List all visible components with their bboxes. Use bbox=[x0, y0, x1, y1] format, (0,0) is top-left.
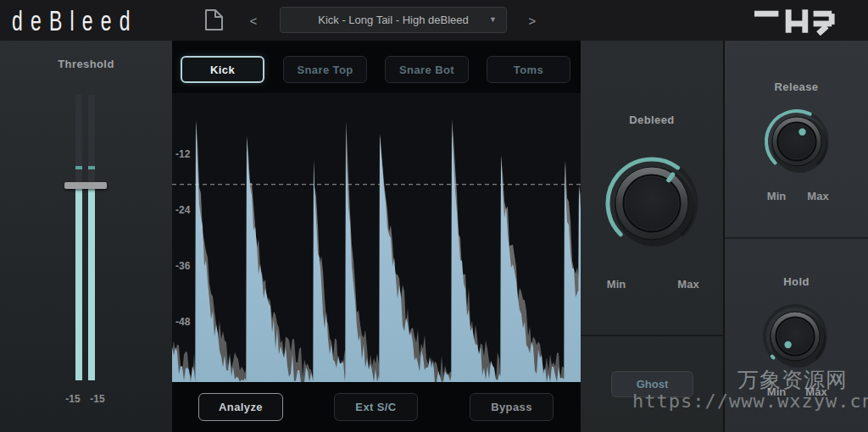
waveform-main-layer bbox=[172, 122, 581, 383]
release-hold-panel: Release Min Max Hold Min Max bbox=[725, 41, 868, 432]
hold-label: Hold bbox=[725, 275, 868, 288]
tab-snare-bot[interactable]: Snare Bot bbox=[385, 56, 469, 83]
preset-next-button[interactable]: > bbox=[525, 11, 540, 30]
release-knob[interactable] bbox=[759, 103, 835, 180]
top-bar: deBleed < Kick - Long Tail - High deBlee… bbox=[0, 0, 868, 41]
threshold-tick-right bbox=[88, 166, 95, 169]
threshold-value-left: -15 bbox=[59, 393, 86, 405]
db-axis-tick-label: -12 bbox=[175, 148, 191, 160]
waveform-section: Kick Snare Top Snare Bot Toms -12-24-36-… bbox=[172, 41, 581, 432]
ext-sidechain-button[interactable]: Ext S/C bbox=[334, 393, 418, 421]
preset-file-icon[interactable] bbox=[203, 8, 225, 31]
release-min-label: Min bbox=[758, 190, 795, 202]
tab-snare-top[interactable]: Snare Top bbox=[283, 56, 367, 83]
db-axis-tick-label: -24 bbox=[175, 204, 191, 216]
waveform-display[interactable]: -12-24-36-48 bbox=[172, 93, 581, 382]
hold-max-label: Max bbox=[798, 385, 835, 398]
debleed-panel: Debleed Min Max Ghost bbox=[581, 41, 723, 432]
preset-prev-button[interactable]: < bbox=[246, 11, 261, 30]
debleed-plugin-window: deBleed < Kick - Long Tail - High deBlee… bbox=[0, 0, 868, 432]
analyze-button[interactable]: Analyze bbox=[198, 393, 283, 421]
app-title: deBleed bbox=[12, 4, 138, 36]
threshold-tick-left bbox=[75, 166, 82, 169]
debleed-min-label: Min bbox=[598, 278, 635, 291]
hold-knob[interactable] bbox=[757, 298, 833, 374]
db-axis-tick-label: -36 bbox=[175, 260, 191, 272]
panel-divider bbox=[725, 237, 868, 239]
debleed-max-label: Max bbox=[670, 278, 707, 291]
preset-dropdown[interactable]: Kick - Long Tail - High deBleed ▼ bbox=[280, 7, 507, 33]
preset-name: Kick - Long Tail - High deBleed bbox=[318, 14, 469, 26]
tab-toms[interactable]: Toms bbox=[487, 56, 570, 83]
threshold-meter-fill-left bbox=[75, 189, 82, 380]
threshold-panel: Threshold -15 -15 bbox=[0, 41, 172, 432]
waveform-chart: -12-24-36-48 bbox=[172, 93, 581, 382]
tab-kick[interactable]: Kick bbox=[181, 56, 264, 83]
debleed-label: Debleed bbox=[581, 114, 723, 126]
app-logo: deBleed bbox=[12, 5, 149, 36]
threshold-label: Threshold bbox=[0, 58, 172, 70]
bypass-button[interactable]: Bypass bbox=[470, 393, 554, 421]
threshold-meter-fill-right bbox=[88, 189, 95, 380]
hold-min-label: Min bbox=[758, 385, 795, 398]
ghost-button[interactable]: Ghost bbox=[611, 371, 693, 397]
release-label: Release bbox=[725, 80, 868, 93]
release-max-label: Max bbox=[799, 190, 837, 202]
thr-brand-logo bbox=[753, 7, 839, 36]
panel-divider bbox=[581, 335, 723, 336]
dropdown-caret-icon: ▼ bbox=[489, 15, 497, 24]
db-axis-tick-label: -48 bbox=[175, 316, 191, 328]
debleed-knob[interactable] bbox=[601, 152, 703, 254]
threshold-value-right: -15 bbox=[84, 393, 111, 405]
threshold-fader-handle[interactable] bbox=[64, 182, 107, 189]
